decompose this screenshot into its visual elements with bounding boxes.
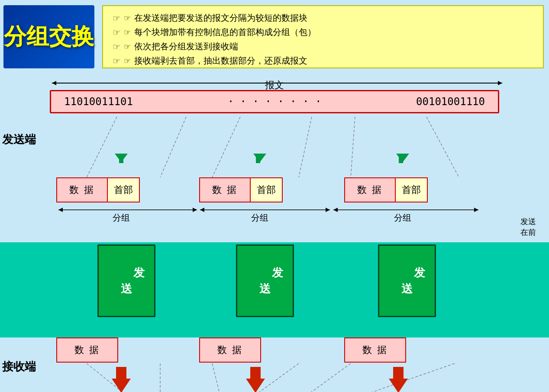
svg-line-30 xyxy=(87,363,130,392)
svg-marker-16 xyxy=(58,208,63,212)
svg-marker-23 xyxy=(474,208,478,212)
packet-3-header: 首部 xyxy=(395,177,428,202)
info-item-4: ☞ 接收端剥去首部，抽出数据部分，还原成报文 xyxy=(113,55,533,67)
svg-marker-40 xyxy=(389,379,408,392)
packet-3-data: 数 据 xyxy=(344,177,395,202)
svg-rect-14 xyxy=(399,154,403,163)
message-binary-box: 11010011101 · · · · · · · · 00101001110 xyxy=(50,90,499,113)
svg-line-34 xyxy=(303,363,351,392)
svg-marker-22 xyxy=(333,208,338,212)
fenzhu-2-label: 分组 xyxy=(251,212,268,224)
fasong-qian-label: 发送 在前 xyxy=(520,216,536,238)
recv-packet-2: 数 据 xyxy=(199,337,261,363)
packet-2-data: 数 据 xyxy=(199,177,250,202)
packet-1-header: 首部 xyxy=(107,177,140,202)
svg-marker-38 xyxy=(246,379,265,392)
recv-packet-1: 数 据 xyxy=(56,337,118,363)
svg-marker-20 xyxy=(326,208,330,212)
fenzhu-3-label: 分组 xyxy=(394,212,411,224)
fasongduan-label: 发送端 xyxy=(2,132,36,147)
info-item-3: ☞ 依次把各分组发送到接收端 xyxy=(113,41,533,52)
info-text-2: 每个块增加带有控制信息的首部构成分组（包） xyxy=(134,26,316,38)
send-button-3: 发 送 xyxy=(378,244,436,317)
svg-marker-11 xyxy=(253,154,266,162)
binary-left: 11010011101 xyxy=(64,96,133,108)
info-item-2: ☞ 每个块增加带有控制信息的首部构成分组（包） xyxy=(113,26,533,38)
packet-2: 数 据 首部 xyxy=(199,177,283,202)
binary-right: 00101001110 xyxy=(416,96,485,108)
header: 分组交换 ☞ 在发送端把要发送的报文分隔为较短的数据块 ☞ 每个块增加带有控制信… xyxy=(0,0,549,74)
info-text-1: 在发送端把要发送的报文分隔为较短的数据块 xyxy=(134,12,307,24)
svg-line-8 xyxy=(426,117,459,177)
send-button-2: 发 送 xyxy=(236,244,294,317)
info-item-1: ☞ 在发送端把要发送的报文分隔为较短的数据块 xyxy=(113,12,533,24)
bullet-3: ☞ xyxy=(124,42,131,51)
fenzhu-1-label: 分组 xyxy=(113,212,130,224)
svg-rect-12 xyxy=(256,154,260,163)
svg-line-5 xyxy=(212,117,240,177)
svg-rect-10 xyxy=(119,154,123,163)
svg-line-6 xyxy=(299,117,312,177)
svg-rect-37 xyxy=(116,367,126,380)
main-diagram: 报文 发送端 11010011101 · · · · · · · · 00101… xyxy=(0,74,549,392)
info-text-4: 接收端剥去首部，抽出数据部分，还原成报文 xyxy=(134,55,307,67)
title-box: 分组交换 xyxy=(3,5,94,68)
bullet-1: ☞ xyxy=(124,13,131,23)
page-title: 分组交换 xyxy=(4,22,94,52)
packet-1: 数 据 首部 xyxy=(56,177,140,202)
svg-marker-36 xyxy=(112,379,131,392)
svg-line-35 xyxy=(355,363,455,392)
info-box: ☞ 在发送端把要发送的报文分隔为较短的数据块 ☞ 每个块增加带有控制信息的首部构… xyxy=(102,5,544,68)
bullet-4: ☞ xyxy=(124,56,131,66)
svg-line-32 xyxy=(212,363,221,392)
send-button-1: 发 送 xyxy=(97,244,155,317)
page: 分组交换 ☞ 在发送端把要发送的报文分隔为较短的数据块 ☞ 每个块增加带有控制信… xyxy=(0,0,549,392)
packet-3: 数 据 首部 xyxy=(344,177,428,202)
svg-line-7 xyxy=(351,117,355,177)
packet-1-data: 数 据 xyxy=(56,177,107,202)
svg-rect-39 xyxy=(250,367,261,380)
packet-2-header: 首部 xyxy=(250,177,283,202)
svg-marker-9 xyxy=(115,154,128,162)
svg-line-3 xyxy=(87,117,117,177)
bullet-2: ☞ xyxy=(124,28,131,37)
svg-marker-13 xyxy=(396,154,409,162)
binary-dots: · · · · · · · · xyxy=(228,96,322,108)
info-text-3: 依次把各分组发送到接收端 xyxy=(134,41,238,52)
svg-line-4 xyxy=(160,117,186,177)
svg-line-33 xyxy=(251,363,299,392)
svg-marker-19 xyxy=(200,208,204,212)
svg-rect-41 xyxy=(393,367,404,380)
recv-packet-3: 数 据 xyxy=(344,337,406,363)
jieshoudan-label: 接收端 xyxy=(2,359,36,374)
svg-marker-17 xyxy=(193,208,197,212)
